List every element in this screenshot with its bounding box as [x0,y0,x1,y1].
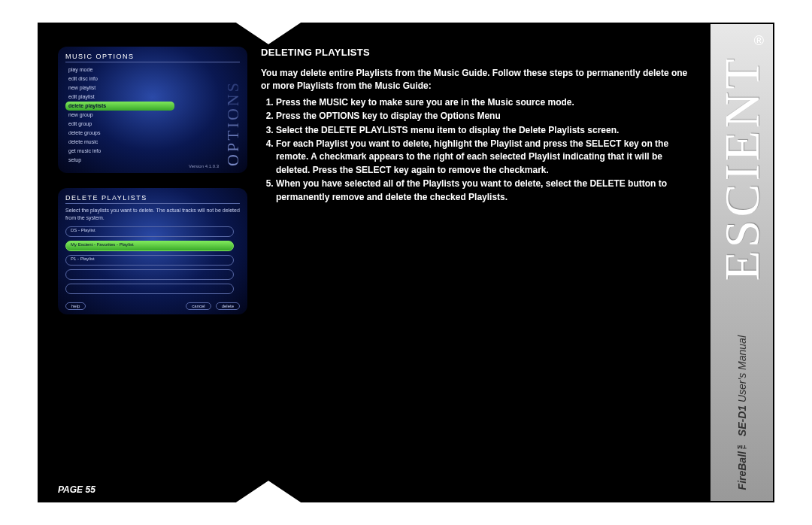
instruction-step: Press the MUSIC key to make sure you are… [276,96,694,109]
panel-title: DELETE PLAYLISTS [65,194,240,202]
playlist-row[interactable]: DS - Playlist [65,226,234,237]
screenshot-column: MUSIC OPTIONS play modeedit disc infonew… [58,47,247,478]
product-name: FireBall™ SE-D1 [736,405,748,490]
menu-item[interactable]: delete groups [65,129,174,138]
brand-logo: ESCIENT [714,24,771,324]
help-button[interactable]: help [65,302,86,310]
manual-suffix: User's Manual [736,335,748,402]
panel-description: Select the playlists you want to delete.… [65,207,240,222]
panel-title: MUSIC OPTIONS [65,53,240,60]
cancel-button[interactable]: cancel [186,302,211,310]
menu-item[interactable]: setup [65,156,174,165]
instruction-step: Press the OPTIONS key to display the Opt… [276,110,694,123]
section-heading: DELETING PLAYLISTS [261,47,694,58]
menu-item[interactable]: new group [65,111,174,120]
version-label: Version 4.1.0.3 [189,164,219,168]
instructions-panel: DELETING PLAYLISTS You may delete entire… [261,47,694,478]
instruction-step: Select the DELETE PLAYLISTS menu item to… [276,124,694,137]
divider [65,62,240,62]
playlist-rows-container: DS - PlaylistMy Escient - Favorites - Pl… [65,226,240,294]
steps-list: Press the MUSIC key to make sure you are… [261,96,694,204]
intro-paragraph: You may delete entire Playlists from the… [261,67,694,93]
instruction-step: For each Playlist you want to delete, hi… [276,138,694,177]
screenshot-music-options: MUSIC OPTIONS play modeedit disc infonew… [58,47,247,173]
menu-item[interactable]: edit group [65,120,174,129]
instruction-step: When you have selected all of the Playli… [276,178,694,204]
page-frame: MUSIC OPTIONS play modeedit disc infonew… [38,23,774,502]
page-number: PAGE 55 [58,484,95,495]
menu-item[interactable]: delete music [65,138,174,147]
sidebar: ® ESCIENT FireBall™ SE-D1 User's Manual [709,24,773,501]
screenshot-delete-playlists: DELETE PLAYLISTS Select the playlists yo… [58,188,247,314]
button-row: help cancel delete [65,302,240,310]
options-vertical-label: OPTIONS [223,80,243,166]
music-options-menu: play modeedit disc infonew playlistedit … [65,65,240,165]
playlist-row[interactable] [65,269,234,280]
playlist-row[interactable] [65,284,234,294]
menu-item[interactable]: edit playlist [65,93,174,102]
delete-button[interactable]: delete [216,302,240,310]
playlist-row[interactable]: My Escient - Favorites - Playlist [65,241,234,251]
menu-item[interactable]: new playlist [65,83,174,93]
divider [65,203,240,204]
menu-item[interactable]: edit disc info [65,74,174,83]
playlist-row[interactable]: P1 - Playlist [65,255,234,266]
content-area: MUSIC OPTIONS play modeedit disc infonew… [39,24,709,501]
manual-label: FireBall™ SE-D1 User's Manual [736,328,748,493]
menu-item[interactable]: get music info [65,147,174,156]
menu-item[interactable]: delete playlists [65,102,174,111]
menu-item[interactable]: play mode [65,65,174,74]
